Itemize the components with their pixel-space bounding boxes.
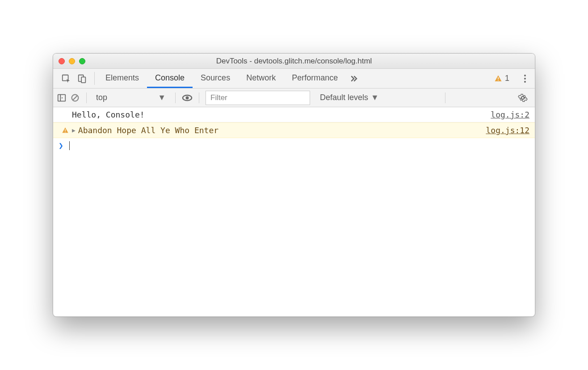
levels-label: Default levels [320, 93, 368, 102]
expand-caret-icon[interactable]: ▶ [72, 127, 76, 134]
svg-point-9 [521, 97, 524, 99]
clear-console-icon[interactable] [70, 93, 80, 103]
svg-rect-4 [498, 80, 499, 81]
console-toolbar: top ▼ Default levels ▼ [53, 88, 535, 107]
inspect-element-icon[interactable] [61, 74, 71, 84]
tab-label: Console [155, 73, 185, 83]
tab-label: Performance [292, 73, 338, 83]
context-label: top [96, 93, 107, 102]
log-message: Hello, Console! [72, 110, 491, 119]
prompt-chevron-icon: ❯ [59, 141, 67, 150]
titlebar: DevTools - devtools.glitch.me/console/lo… [53, 54, 535, 69]
log-source-link[interactable]: log.js:12 [486, 126, 529, 135]
warning-count-badge[interactable]: 1 [494, 74, 509, 83]
tab-sources[interactable]: Sources [193, 69, 238, 88]
tab-label: Network [246, 73, 276, 83]
chevron-down-icon: ▼ [158, 93, 166, 102]
warning-count-text: 1 [505, 74, 509, 83]
warning-icon [59, 127, 72, 134]
context-selector[interactable]: top ▼ [93, 92, 169, 104]
console-settings-icon[interactable] [514, 93, 531, 103]
toggle-sidebar-icon[interactable] [57, 93, 67, 103]
log-row: Hello, Console! log.js:2 [53, 107, 535, 122]
live-expression-icon[interactable] [182, 92, 193, 103]
text-cursor [69, 141, 70, 150]
more-tabs-button[interactable] [346, 69, 362, 88]
log-levels-selector[interactable]: Default levels ▼ [320, 93, 379, 102]
tab-elements[interactable]: Elements [97, 69, 147, 88]
device-toolbar-icon[interactable] [77, 74, 87, 84]
console-output: Hello, Console! log.js:2 ▶ Abandon Hope … [53, 107, 535, 316]
window-title: DevTools - devtools.glitch.me/console/lo… [53, 57, 535, 66]
console-prompt[interactable]: ❯ [53, 138, 535, 153]
svg-rect-10 [65, 129, 65, 131]
chevron-down-icon: ▼ [371, 93, 379, 102]
minimize-window-button[interactable] [69, 58, 75, 64]
close-window-button[interactable] [59, 58, 65, 64]
svg-point-8 [186, 96, 189, 99]
warning-row: ▶ Abandon Hope All Ye Who Enter log.js:1… [53, 122, 535, 138]
tab-label: Sources [201, 73, 230, 83]
filter-input[interactable] [206, 91, 310, 105]
svg-rect-3 [498, 77, 499, 80]
tab-label: Elements [105, 73, 139, 83]
svg-rect-2 [81, 77, 85, 83]
tabstrip: Elements Console Sources Network Perform… [53, 69, 535, 88]
log-source-link[interactable]: log.js:2 [491, 110, 529, 119]
devtools-window: DevTools - devtools.glitch.me/console/lo… [53, 53, 535, 317]
zoom-window-button[interactable] [79, 58, 85, 64]
window-controls [59, 58, 85, 64]
tab-performance[interactable]: Performance [284, 69, 346, 88]
settings-menu-button[interactable] [522, 75, 528, 83]
svg-rect-11 [65, 131, 65, 132]
tab-console[interactable]: Console [147, 69, 193, 88]
log-message: Abandon Hope All Ye Who Enter [78, 126, 486, 135]
tab-network[interactable]: Network [238, 69, 284, 88]
